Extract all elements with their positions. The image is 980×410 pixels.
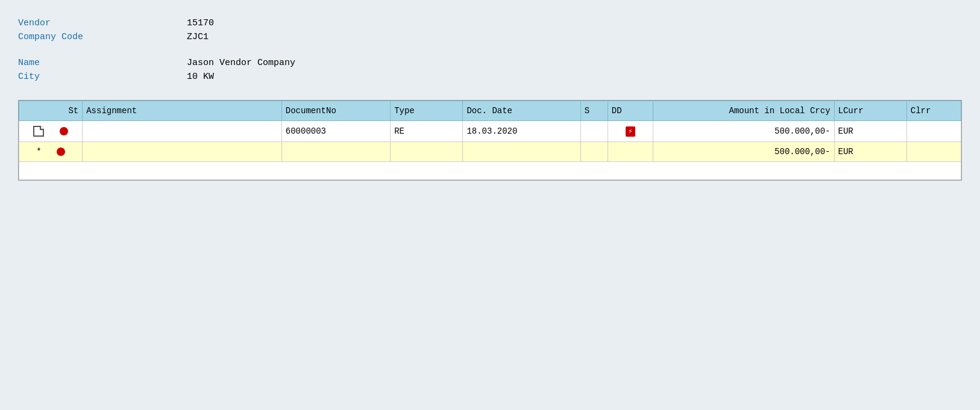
row1-amount-cell: 500.000,00- [653,121,834,142]
summary-documentno-cell [281,142,390,162]
col-header-dd: DD [608,101,653,121]
name-value: Jason Vendor Company [187,58,295,68]
table-row: 60000003 RE 18.03.2020 ⚡ 500.000,00- EUR [19,121,961,142]
document-icon [33,126,44,137]
lightning-icon: ⚡ [626,126,635,137]
col-header-st: St [19,101,83,121]
red-dot-icon [60,127,68,135]
row1-lcurr-cell: EUR [834,121,906,142]
row1-assignment-cell [83,121,282,142]
summary-clrr-cell [906,142,961,162]
row1-documentno-cell: 60000003 [281,121,390,142]
col-header-type: Type [391,101,463,121]
vendor-row: Vendor 15170 [18,18,962,28]
col-header-docdate: Doc. Date [463,101,580,121]
main-table: St Assignment DocumentNo Type Doc. Date … [19,101,961,180]
col-header-s: S [580,101,608,121]
row1-dd-cell: ⚡ [608,121,653,142]
summary-docdate-cell [463,142,580,162]
main-table-container: St Assignment DocumentNo Type Doc. Date … [18,100,962,181]
summary-lcurr-cell: EUR [834,142,906,162]
name-row: Name Jason Vendor Company [18,58,962,68]
row1-st-cell [19,121,83,142]
vendor-info-section: Vendor 15170 Company Code ZJC1 Name Jaso… [18,18,962,82]
col-header-lcurr: LCurr [834,101,906,121]
row1-type-cell: RE [391,121,463,142]
row1-clrr-cell [906,121,961,142]
vendor-label: Vendor [18,18,187,28]
row1-s-cell [580,121,608,142]
empty-row [19,162,961,180]
summary-st-cell: * [19,142,83,162]
vendor-value: 15170 [187,18,214,28]
city-value: 10 KW [187,72,214,82]
summary-row: * 500.000,00- EUR [19,142,961,162]
summary-red-dot-icon [57,148,65,156]
city-row: City 10 KW [18,72,962,82]
col-header-amount: Amount in Local Crcy [653,101,834,121]
city-label: City [18,72,187,82]
summary-type-cell [391,142,463,162]
row1-docdate-cell: 18.03.2020 [463,121,580,142]
table-header-row: St Assignment DocumentNo Type Doc. Date … [19,101,961,121]
company-code-label: Company Code [18,32,187,42]
col-header-documentno: DocumentNo [281,101,390,121]
col-header-assignment: Assignment [83,101,282,121]
summary-s-cell [580,142,608,162]
empty-cell [19,162,961,180]
company-code-row: Company Code ZJC1 [18,32,962,42]
summary-prefix: * [36,147,41,157]
summary-amount-cell: 500.000,00- [653,142,834,162]
name-label: Name [18,58,187,68]
summary-dd-cell [608,142,653,162]
summary-assignment-cell [83,142,282,162]
company-code-value: ZJC1 [187,32,209,42]
col-header-clrr: Clrr [906,101,961,121]
